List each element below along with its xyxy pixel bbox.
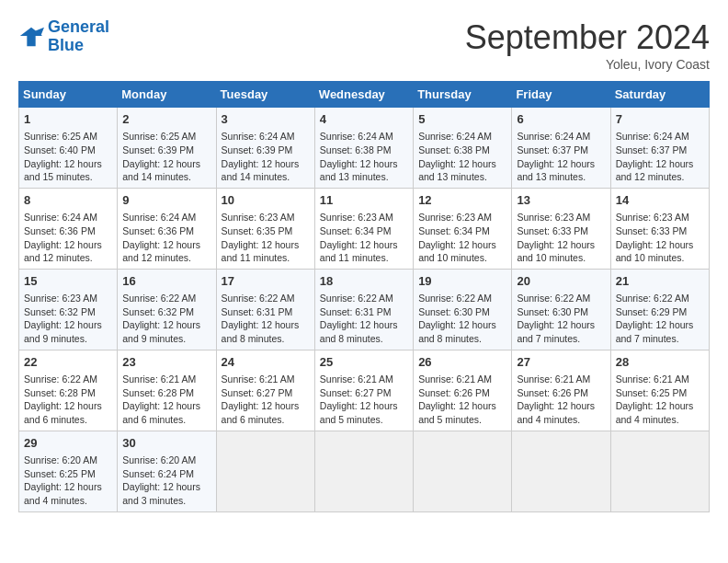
- day-info: Sunrise: 6:22 AM Sunset: 6:28 PM Dayligh…: [24, 373, 112, 427]
- calendar-cell: 18Sunrise: 6:22 AM Sunset: 6:31 PM Dayli…: [314, 269, 413, 350]
- day-info: Sunrise: 6:24 AM Sunset: 6:39 PM Dayligh…: [222, 130, 310, 184]
- calendar-cell: 11Sunrise: 6:23 AM Sunset: 6:34 PM Dayli…: [314, 188, 413, 269]
- day-info: Sunrise: 6:21 AM Sunset: 6:27 PM Dayligh…: [222, 373, 310, 427]
- day-info: Sunrise: 6:23 AM Sunset: 6:35 PM Dayligh…: [222, 211, 310, 265]
- calendar-table: SundayMondayTuesdayWednesdayThursdayFrid…: [18, 81, 710, 512]
- day-number: 5: [418, 111, 506, 128]
- day-info: Sunrise: 6:22 AM Sunset: 6:30 PM Dayligh…: [418, 292, 506, 346]
- day-number: 2: [122, 111, 210, 128]
- day-number: 22: [24, 354, 112, 371]
- calendar-header-monday: Monday: [118, 82, 216, 108]
- day-number: 17: [222, 273, 310, 290]
- day-number: 9: [122, 192, 210, 209]
- day-number: 25: [320, 354, 408, 371]
- day-number: 11: [320, 192, 408, 209]
- day-info: Sunrise: 6:24 AM Sunset: 6:36 PM Dayligh…: [24, 211, 112, 265]
- calendar-header-tuesday: Tuesday: [216, 82, 314, 108]
- calendar-body: 1Sunrise: 6:25 AM Sunset: 6:40 PM Daylig…: [19, 108, 710, 512]
- calendar-cell: 3Sunrise: 6:24 AM Sunset: 6:39 PM Daylig…: [216, 108, 314, 189]
- calendar-header-saturday: Saturday: [610, 82, 709, 108]
- calendar-cell: 12Sunrise: 6:23 AM Sunset: 6:34 PM Dayli…: [414, 188, 512, 269]
- day-number: 28: [616, 354, 704, 371]
- calendar-cell: 7Sunrise: 6:24 AM Sunset: 6:37 PM Daylig…: [610, 108, 709, 189]
- calendar-cell: 10Sunrise: 6:23 AM Sunset: 6:35 PM Dayli…: [216, 188, 314, 269]
- day-info: Sunrise: 6:20 AM Sunset: 6:25 PM Dayligh…: [24, 454, 112, 508]
- day-number: 15: [24, 273, 112, 290]
- day-info: Sunrise: 6:20 AM Sunset: 6:24 PM Dayligh…: [122, 454, 210, 508]
- calendar-cell: 17Sunrise: 6:22 AM Sunset: 6:31 PM Dayli…: [216, 269, 314, 350]
- calendar-week-row: 29Sunrise: 6:20 AM Sunset: 6:25 PM Dayli…: [19, 431, 710, 511]
- day-number: 14: [616, 192, 704, 209]
- calendar-week-row: 1Sunrise: 6:25 AM Sunset: 6:40 PM Daylig…: [19, 108, 710, 189]
- logo-line1: General: [48, 17, 109, 36]
- day-number: 26: [418, 354, 506, 371]
- calendar-cell: 24Sunrise: 6:21 AM Sunset: 6:27 PM Dayli…: [216, 350, 314, 431]
- calendar-cell: 16Sunrise: 6:22 AM Sunset: 6:32 PM Dayli…: [118, 269, 216, 350]
- day-number: 23: [122, 354, 210, 371]
- logo-icon: [18, 24, 44, 50]
- day-number: 18: [320, 273, 408, 290]
- logo-line2: Blue: [48, 36, 84, 54]
- day-number: 20: [517, 273, 605, 290]
- day-info: Sunrise: 6:22 AM Sunset: 6:31 PM Dayligh…: [222, 292, 310, 346]
- calendar-header-row: SundayMondayTuesdayWednesdayThursdayFrid…: [19, 82, 710, 108]
- day-info: Sunrise: 6:21 AM Sunset: 6:28 PM Dayligh…: [122, 373, 210, 427]
- calendar-header-friday: Friday: [512, 82, 610, 108]
- day-number: 16: [122, 273, 210, 290]
- calendar-cell: [314, 431, 413, 511]
- day-number: 4: [320, 111, 408, 128]
- calendar-cell: [610, 431, 709, 511]
- calendar-header-sunday: Sunday: [19, 82, 118, 108]
- calendar-cell: 9Sunrise: 6:24 AM Sunset: 6:36 PM Daylig…: [118, 188, 216, 269]
- day-info: Sunrise: 6:21 AM Sunset: 6:27 PM Dayligh…: [320, 373, 408, 427]
- calendar-cell: 5Sunrise: 6:24 AM Sunset: 6:38 PM Daylig…: [414, 108, 512, 189]
- day-info: Sunrise: 6:25 AM Sunset: 6:40 PM Dayligh…: [24, 130, 112, 184]
- calendar-cell: 25Sunrise: 6:21 AM Sunset: 6:27 PM Dayli…: [314, 350, 413, 431]
- calendar-cell: 20Sunrise: 6:22 AM Sunset: 6:30 PM Dayli…: [512, 269, 610, 350]
- calendar-cell: 13Sunrise: 6:23 AM Sunset: 6:33 PM Dayli…: [512, 188, 610, 269]
- calendar-week-row: 22Sunrise: 6:22 AM Sunset: 6:28 PM Dayli…: [19, 350, 710, 431]
- calendar-cell: [216, 431, 314, 511]
- day-info: Sunrise: 6:21 AM Sunset: 6:25 PM Dayligh…: [616, 373, 704, 427]
- day-number: 12: [418, 192, 506, 209]
- logo: General Blue: [18, 18, 109, 55]
- day-number: 21: [616, 273, 704, 290]
- day-number: 3: [222, 111, 310, 128]
- day-number: 6: [517, 111, 605, 128]
- calendar-cell: 2Sunrise: 6:25 AM Sunset: 6:39 PM Daylig…: [118, 108, 216, 189]
- calendar-cell: 28Sunrise: 6:21 AM Sunset: 6:25 PM Dayli…: [610, 350, 709, 431]
- calendar-cell: 19Sunrise: 6:22 AM Sunset: 6:30 PM Dayli…: [414, 269, 512, 350]
- day-info: Sunrise: 6:23 AM Sunset: 6:34 PM Dayligh…: [418, 211, 506, 265]
- day-number: 29: [24, 435, 112, 452]
- calendar-cell: [512, 431, 610, 511]
- day-number: 13: [517, 192, 605, 209]
- day-info: Sunrise: 6:21 AM Sunset: 6:26 PM Dayligh…: [418, 373, 506, 427]
- day-number: 1: [24, 111, 112, 128]
- calendar-cell: 14Sunrise: 6:23 AM Sunset: 6:33 PM Dayli…: [610, 188, 709, 269]
- calendar-cell: 4Sunrise: 6:24 AM Sunset: 6:38 PM Daylig…: [314, 108, 413, 189]
- calendar-cell: 21Sunrise: 6:22 AM Sunset: 6:29 PM Dayli…: [610, 269, 709, 350]
- day-info: Sunrise: 6:23 AM Sunset: 6:33 PM Dayligh…: [616, 211, 704, 265]
- day-number: 27: [517, 354, 605, 371]
- calendar-week-row: 15Sunrise: 6:23 AM Sunset: 6:32 PM Dayli…: [19, 269, 710, 350]
- month-title: September 2024: [465, 18, 710, 57]
- day-info: Sunrise: 6:21 AM Sunset: 6:26 PM Dayligh…: [517, 373, 605, 427]
- calendar-header-wednesday: Wednesday: [314, 82, 413, 108]
- day-info: Sunrise: 6:24 AM Sunset: 6:37 PM Dayligh…: [616, 130, 704, 184]
- calendar-cell: 6Sunrise: 6:24 AM Sunset: 6:37 PM Daylig…: [512, 108, 610, 189]
- title-area: September 2024 Yoleu, Ivory Coast: [465, 18, 710, 72]
- calendar-cell: [414, 431, 512, 511]
- calendar-cell: 1Sunrise: 6:25 AM Sunset: 6:40 PM Daylig…: [19, 108, 118, 189]
- day-info: Sunrise: 6:24 AM Sunset: 6:38 PM Dayligh…: [418, 130, 506, 184]
- day-info: Sunrise: 6:23 AM Sunset: 6:33 PM Dayligh…: [517, 211, 605, 265]
- day-info: Sunrise: 6:23 AM Sunset: 6:34 PM Dayligh…: [320, 211, 408, 265]
- calendar-week-row: 8Sunrise: 6:24 AM Sunset: 6:36 PM Daylig…: [19, 188, 710, 269]
- calendar-cell: 15Sunrise: 6:23 AM Sunset: 6:32 PM Dayli…: [19, 269, 118, 350]
- day-info: Sunrise: 6:23 AM Sunset: 6:32 PM Dayligh…: [24, 292, 112, 346]
- day-number: 19: [418, 273, 506, 290]
- day-number: 7: [616, 111, 704, 128]
- location: Yoleu, Ivory Coast: [465, 57, 710, 72]
- calendar-cell: 26Sunrise: 6:21 AM Sunset: 6:26 PM Dayli…: [414, 350, 512, 431]
- day-number: 10: [222, 192, 310, 209]
- calendar-header-thursday: Thursday: [414, 82, 512, 108]
